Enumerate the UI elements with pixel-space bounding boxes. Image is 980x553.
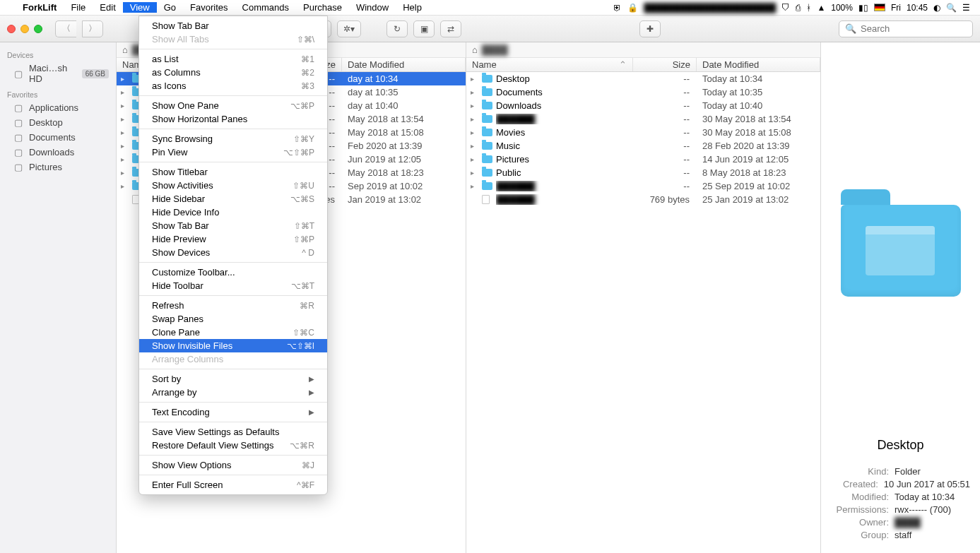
disclosure-triangle-icon[interactable]: ▸ — [471, 102, 479, 109]
sync-button[interactable]: ↻ — [386, 20, 408, 37]
disclosure-triangle-icon[interactable]: ▸ — [471, 155, 479, 163]
disclosure-triangle-icon[interactable]: ▸ — [471, 75, 479, 83]
menu-item-hide-device-info[interactable]: Hide Device Info — [139, 206, 327, 219]
menu-item-hide-toolbar[interactable]: Hide Toolbar⌥⌘T — [139, 279, 327, 292]
terminal-button[interactable]: ▣ — [413, 20, 435, 37]
menu-edit[interactable]: Edit — [93, 2, 122, 13]
compare-button[interactable]: ⇄ — [440, 20, 461, 37]
battery-percent[interactable]: 100% — [831, 3, 853, 13]
menu-item-enter-full-screen[interactable]: Enter Full Screen^⌘F — [139, 478, 327, 492]
sidebar-item-pictures[interactable]: ▢Pictures — [0, 160, 116, 174]
menu-item-hide-sidebar[interactable]: Hide Sidebar⌥⌘S — [139, 192, 327, 206]
bluetooth-icon[interactable]: ᚼ — [806, 3, 811, 13]
menu-item-show-view-options[interactable]: Show View Options⌘J — [139, 458, 327, 472]
menu-go[interactable]: Go — [157, 2, 183, 13]
menu-item-arrange-by[interactable]: Arrange by▶ — [139, 386, 327, 399]
folder-row[interactable]: ▸██████--30 May 2018 at 13:54 — [466, 112, 820, 126]
menu-item-save-view-settings-as-defaults[interactable]: Save View Settings as Defaults — [139, 425, 327, 439]
menu-item-customize-toolbar[interactable]: Customize Toolbar... — [139, 266, 327, 279]
menu-item-restore-default-view-settings[interactable]: Restore Default View Settings⌥⌘R — [139, 439, 327, 452]
disclosure-triangle-icon[interactable]: ▸ — [121, 115, 129, 123]
printer-icon[interactable]: ⎙ — [796, 3, 801, 13]
menu-item-hide-preview[interactable]: Hide Preview⇧⌘P — [139, 232, 327, 246]
menu-item-as-icons[interactable]: as Icons⌘3 — [139, 79, 327, 93]
search-input[interactable] — [861, 23, 979, 34]
menu-item-show-tab-bar[interactable]: Show Tab Bar⇧⌘T — [139, 219, 327, 232]
menu-item-clone-pane[interactable]: Clone Pane⇧⌘C — [139, 326, 327, 339]
folder-row[interactable]: ▸██████--25 Sep 2019 at 10:02 — [466, 179, 820, 193]
menu-view[interactable]: View — [123, 2, 157, 13]
menu-commands[interactable]: Commands — [235, 2, 296, 13]
menu-item-show-invisible-files[interactable]: Show Invisible Files⌥⇧⌘I — [139, 339, 327, 352]
disclosure-triangle-icon[interactable]: ▸ — [121, 102, 129, 109]
notification-center-icon[interactable]: ☰ — [962, 3, 970, 13]
menu-item-show-titlebar[interactable]: Show Titlebar — [139, 165, 327, 179]
disclosure-triangle-icon[interactable]: ▸ — [121, 75, 129, 83]
new-connection-button[interactable]: ✚ — [639, 20, 661, 37]
nav-forward-button[interactable]: 〉 — [82, 20, 103, 37]
nav-back-button[interactable]: 〈 — [55, 20, 76, 37]
search-icon[interactable]: 🔍 — [946, 3, 957, 13]
zoom-window-button[interactable] — [34, 25, 42, 33]
clock-day[interactable]: Fri — [891, 3, 901, 13]
spotlight-icon[interactable]: ◐ — [933, 3, 940, 13]
status-icon[interactable]: 🔒 — [627, 3, 638, 13]
menu-item-sync-browsing[interactable]: Sync Browsing⇧⌘Y — [139, 132, 327, 145]
folder-row[interactable]: ▸Documents--Today at 10:35 — [466, 85, 820, 99]
menu-item-swap-panes[interactable]: Swap Panes — [139, 312, 327, 326]
search-box[interactable]: 🔍 — [839, 20, 973, 37]
flag-icon[interactable] — [874, 4, 885, 11]
menu-item-show-activities[interactable]: Show Activities⇧⌘U — [139, 179, 327, 192]
clock-time[interactable]: 10:45 — [907, 3, 928, 13]
disclosure-triangle-icon[interactable]: ▸ — [471, 115, 479, 123]
menu-item-pin-view[interactable]: Pin View⌥⇧⌘P — [139, 145, 327, 159]
menu-favorites[interactable]: Favorites — [183, 2, 235, 13]
menu-item-sort-by[interactable]: Sort by▶ — [139, 372, 327, 386]
close-window-button[interactable] — [7, 25, 16, 33]
disclosure-triangle-icon[interactable]: ▸ — [121, 142, 129, 150]
folder-row[interactable]: ▸Public--8 May 2018 at 18:23 — [466, 166, 820, 179]
sidebar-item-applications[interactable]: ▢Applications — [0, 100, 116, 115]
disclosure-triangle-icon[interactable]: ▸ — [121, 88, 129, 96]
disclosure-triangle-icon[interactable]: ▸ — [121, 155, 129, 163]
menu-item-show-tab-bar[interactable]: Show Tab Bar — [139, 19, 327, 32]
wifi-icon[interactable]: ▲ — [817, 3, 825, 13]
shield-icon[interactable]: ⛉ — [781, 3, 790, 13]
disclosure-triangle-icon[interactable]: ▸ — [471, 129, 479, 136]
disclosure-triangle-icon[interactable]: ▸ — [471, 182, 479, 190]
menu-item-text-encoding[interactable]: Text Encoding▶ — [139, 405, 327, 419]
file-row[interactable]: ██████769 bytes25 Jan 2019 at 13:02 — [466, 193, 820, 206]
sidebar-item-documents[interactable]: ▢Documents — [0, 130, 116, 145]
disclosure-triangle-icon[interactable]: ▸ — [121, 182, 129, 190]
disclosure-triangle-icon[interactable]: ▸ — [121, 129, 129, 136]
menu-item-as-columns[interactable]: as Columns⌘2 — [139, 66, 327, 79]
menu-item-show-one-pane[interactable]: Show One Pane⌥⌘P — [139, 99, 327, 112]
col-date[interactable]: Date Modified — [697, 58, 820, 71]
app-name[interactable]: ForkLift — [16, 2, 64, 13]
folder-row[interactable]: ▸Movies--30 May 2018 at 15:08 — [466, 126, 820, 139]
folder-row[interactable]: ▸Pictures--14 Jun 2019 at 12:05 — [466, 153, 820, 166]
sidebar-item-downloads[interactable]: ▢Downloads — [0, 145, 116, 160]
status-icon[interactable]: ⛨ — [613, 3, 622, 13]
folder-row[interactable]: ▸Music--28 Feb 2020 at 13:39 — [466, 139, 820, 153]
menu-item-as-list[interactable]: as List⌘1 — [139, 52, 327, 66]
minimize-window-button[interactable] — [20, 25, 29, 33]
disclosure-triangle-icon[interactable]: ▸ — [121, 169, 129, 177]
col-date[interactable]: Date Modified — [342, 58, 466, 71]
folder-row[interactable]: ▸Downloads--Today at 10:40 — [466, 99, 820, 112]
menu-purchase[interactable]: Purchase — [296, 2, 349, 13]
menu-help[interactable]: Help — [396, 2, 429, 13]
col-name[interactable]: Name⌃ — [466, 58, 633, 71]
disclosure-triangle-icon[interactable]: ▸ — [471, 142, 479, 150]
menu-window[interactable]: Window — [349, 2, 396, 13]
actions-menu-button[interactable]: ✲▾ — [337, 20, 361, 37]
sidebar-item-maci-sh-hd[interactable]: ▢Maci…sh HD66 GB — [0, 61, 116, 86]
menu-file[interactable]: File — [64, 2, 93, 13]
col-size[interactable]: Size — [633, 58, 697, 71]
menu-item-refresh[interactable]: Refresh⌘R — [139, 299, 327, 312]
menu-item-show-devices[interactable]: Show Devices^ D — [139, 246, 327, 259]
disclosure-triangle-icon[interactable]: ▸ — [471, 88, 479, 96]
right-path-bar[interactable]: ⌂ ████ — [466, 42, 820, 58]
disclosure-triangle-icon[interactable]: ▸ — [471, 169, 479, 177]
battery-icon[interactable]: ▮▯ — [858, 3, 868, 13]
